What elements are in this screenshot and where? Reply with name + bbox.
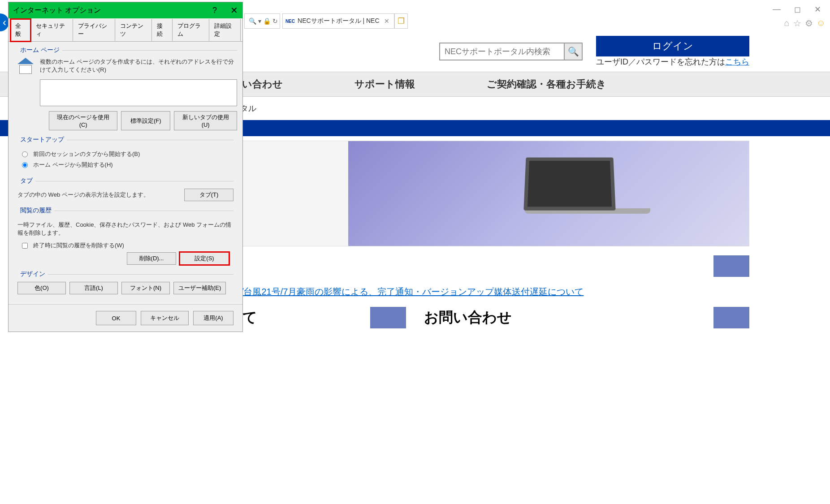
delete-on-exit-checkbox[interactable] bbox=[22, 243, 28, 249]
radio-last-session[interactable] bbox=[22, 151, 28, 157]
minimize-button[interactable]: — bbox=[773, 4, 781, 14]
tab-security[interactable]: セキュリティ bbox=[31, 19, 73, 41]
color-button[interactable]: 色(O) bbox=[17, 282, 66, 294]
design-legend: デザイン bbox=[17, 270, 48, 278]
site-search-input[interactable] bbox=[439, 43, 565, 60]
dialog-tabs: 全般 セキュリティ プライバシー コンテンツ 接続 プログラム 詳細設定 bbox=[9, 18, 242, 42]
homepage-textarea[interactable] bbox=[40, 79, 237, 106]
startup-legend: スタートアップ bbox=[17, 136, 67, 144]
address-bar: 🔍 ▾ 🔒 ↻ NEC NECサポートポータル | NEC ✕ ❐ bbox=[244, 13, 408, 29]
browser-tab[interactable]: NEC NECサポートポータル | NEC ✕ bbox=[282, 13, 394, 29]
use-current-page-button[interactable]: 現在のページを使用(C) bbox=[49, 111, 117, 130]
history-fieldset: 閲覧の履歴 一時ファイル、履歴、Cookie、保存されたパスワード、および We… bbox=[17, 207, 233, 265]
history-description: 一時ファイル、履歴、Cookie、保存されたパスワード、および Web フォーム… bbox=[17, 221, 233, 237]
tab-fieldset: タブ タブの中の Web ページの表示方法を設定します。 タブ(T) bbox=[17, 177, 233, 201]
language-button[interactable]: 言語(L) bbox=[69, 282, 118, 294]
dialog-help-icon[interactable]: ? bbox=[212, 6, 217, 15]
inquiry-section: お問い合わせ bbox=[424, 307, 749, 328]
tab-content[interactable]: コンテンツ bbox=[115, 19, 152, 41]
new-tab-button[interactable]: ❐ bbox=[394, 13, 408, 29]
startup-radio-session[interactable]: 前回のセッションのタブから開始する(B) bbox=[22, 150, 233, 158]
internet-options-dialog: インターネット オプション ? ✕ 全般 セキュリティ プライバシー コンテンツ… bbox=[8, 2, 243, 332]
history-legend: 閲覧の履歴 bbox=[17, 207, 54, 215]
dialog-titlebar[interactable]: インターネット オプション ? ✕ bbox=[9, 2, 242, 18]
use-default-button[interactable]: 標準設定(F) bbox=[121, 111, 170, 130]
tab-detail[interactable]: 詳細設定 bbox=[209, 19, 241, 41]
radio-homepage[interactable] bbox=[22, 162, 28, 168]
use-newtab-button[interactable]: 新しいタブの使用(U) bbox=[174, 111, 237, 130]
window-controls: — ◻ ✕ bbox=[764, 0, 830, 19]
tab-title: NECサポートポータル | NEC bbox=[298, 17, 380, 25]
delete-on-exit-check[interactable]: 終了時に閲覧の履歴を削除する(W) bbox=[22, 241, 233, 250]
tab-legend: タブ bbox=[17, 177, 35, 185]
tab-connection[interactable]: 接続 bbox=[152, 19, 173, 41]
tab-general[interactable]: 全般 bbox=[10, 19, 31, 42]
col-accent bbox=[713, 307, 749, 328]
nav-support-info[interactable]: サポート情報 bbox=[354, 78, 415, 91]
site-search: 🔍 bbox=[439, 43, 583, 60]
close-window-button[interactable]: ✕ bbox=[814, 4, 821, 14]
homepage-fieldset: ホーム ページ 複数のホーム ページのタブを作成するには、それぞれのアドレスを行… bbox=[17, 46, 237, 130]
tab-description: タブの中の Web ページの表示方法を設定します。 bbox=[17, 191, 166, 199]
nav-inquiry[interactable]: い合わせ bbox=[242, 78, 283, 91]
delete-history-button[interactable]: 削除(D)... bbox=[127, 252, 176, 265]
history-settings-button[interactable]: 設定(S) bbox=[180, 252, 229, 265]
nav-contract[interactable]: ご契約確認・各種お手続き bbox=[487, 78, 606, 91]
address-search[interactable] bbox=[244, 13, 280, 29]
feedback-icon[interactable]: ☺ bbox=[817, 18, 826, 29]
tab-close-icon[interactable]: ✕ bbox=[382, 17, 391, 25]
site-search-button[interactable]: 🔍 bbox=[565, 43, 583, 60]
tab-favicon: NEC bbox=[285, 19, 295, 24]
font-button[interactable]: フォント(N) bbox=[121, 282, 170, 294]
inquiry-title: お問い合わせ bbox=[424, 308, 512, 327]
tab-settings-button[interactable]: タブ(T) bbox=[184, 189, 233, 201]
settings-icon[interactable]: ⚙ bbox=[805, 18, 813, 29]
dialog-body: ホーム ページ 複数のホーム ページのタブを作成するには、それぞれのアドレスを行… bbox=[9, 42, 242, 304]
col-accent bbox=[370, 307, 406, 328]
topics-accent bbox=[713, 255, 749, 277]
startup-radio-homepage[interactable]: ホーム ページから開始する(H) bbox=[22, 161, 233, 169]
back-button[interactable]: ‹ bbox=[0, 13, 9, 31]
dialog-title-text: インターネット オプション bbox=[13, 6, 212, 15]
dialog-close-icon[interactable]: ✕ bbox=[230, 5, 238, 16]
tab-privacy[interactable]: プライバシー bbox=[73, 19, 115, 41]
forgot-password-text: ユーザID／パスワードを忘れた方はこちら bbox=[596, 56, 749, 67]
maximize-button[interactable]: ◻ bbox=[794, 4, 801, 14]
accessibility-button[interactable]: ユーザー補助(E) bbox=[173, 282, 226, 294]
favorites-icon[interactable]: ☆ bbox=[793, 18, 801, 29]
homepage-legend: ホーム ページ bbox=[17, 46, 62, 54]
home-icon[interactable]: ⌂ bbox=[784, 18, 789, 29]
tab-program[interactable]: プログラム bbox=[173, 19, 209, 41]
login-button[interactable]: ログイン bbox=[596, 36, 749, 56]
ok-button[interactable]: OK bbox=[96, 311, 136, 325]
design-fieldset: デザイン 色(O) 言語(L) フォント(N) ユーザー補助(E) bbox=[17, 270, 233, 294]
startup-fieldset: スタートアップ 前回のセッションのタブから開始する(B) ホーム ページから開始… bbox=[17, 136, 233, 172]
dialog-footer: OK キャンセル 適用(A) bbox=[9, 304, 242, 332]
homepage-description: 複数のホーム ページのタブを作成するには、それぞれのアドレスを行で分けて入力して… bbox=[40, 58, 237, 74]
cancel-button[interactable]: キャンセル bbox=[141, 311, 189, 325]
apply-button[interactable]: 適用(A) bbox=[193, 311, 233, 325]
home-icon bbox=[17, 58, 35, 76]
forgot-password-link[interactable]: こちら bbox=[725, 57, 749, 66]
tray-icons: ⌂ ☆ ⚙ ☺ bbox=[784, 18, 826, 29]
